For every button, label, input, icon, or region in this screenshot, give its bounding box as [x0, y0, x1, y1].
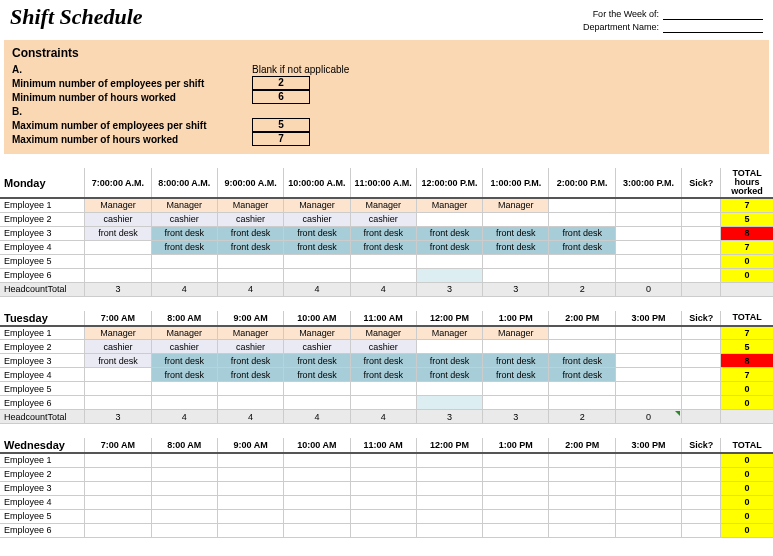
- shift-cell[interactable]: [483, 254, 549, 268]
- shift-cell[interactable]: [217, 481, 283, 495]
- shift-cell[interactable]: [217, 254, 283, 268]
- shift-cell[interactable]: cashier: [284, 340, 350, 354]
- shift-cell[interactable]: [217, 495, 283, 509]
- shift-cell[interactable]: [549, 495, 615, 509]
- shift-cell[interactable]: front desk: [284, 354, 350, 368]
- shift-cell[interactable]: cashier: [85, 340, 151, 354]
- shift-cell[interactable]: [85, 240, 151, 254]
- shift-cell[interactable]: [615, 340, 681, 354]
- shift-cell[interactable]: [85, 382, 151, 396]
- shift-cell[interactable]: front desk: [151, 368, 217, 382]
- shift-cell[interactable]: front desk: [483, 240, 549, 254]
- sick-cell[interactable]: [682, 396, 721, 410]
- shift-cell[interactable]: [615, 368, 681, 382]
- shift-cell[interactable]: cashier: [350, 340, 416, 354]
- shift-cell[interactable]: [284, 396, 350, 410]
- shift-cell[interactable]: [483, 481, 549, 495]
- shift-cell[interactable]: [483, 453, 549, 467]
- shift-cell[interactable]: [549, 396, 615, 410]
- shift-cell[interactable]: [151, 495, 217, 509]
- sick-cell[interactable]: [682, 523, 721, 537]
- shift-cell[interactable]: [284, 382, 350, 396]
- shift-cell[interactable]: Manager: [217, 326, 283, 340]
- shift-cell[interactable]: [615, 254, 681, 268]
- shift-cell[interactable]: [549, 326, 615, 340]
- sick-cell[interactable]: [682, 354, 721, 368]
- shift-cell[interactable]: [549, 198, 615, 212]
- shift-cell[interactable]: [416, 453, 482, 467]
- shift-cell[interactable]: front desk: [217, 354, 283, 368]
- shift-cell[interactable]: front desk: [85, 354, 151, 368]
- shift-cell[interactable]: [615, 396, 681, 410]
- shift-cell[interactable]: [85, 481, 151, 495]
- shift-cell[interactable]: [217, 509, 283, 523]
- sick-cell[interactable]: [682, 481, 721, 495]
- shift-cell[interactable]: [483, 212, 549, 226]
- shift-cell[interactable]: [85, 495, 151, 509]
- shift-cell[interactable]: [350, 453, 416, 467]
- shift-cell[interactable]: front desk: [284, 368, 350, 382]
- shift-cell[interactable]: front desk: [549, 354, 615, 368]
- shift-cell[interactable]: [615, 509, 681, 523]
- shift-cell[interactable]: Manager: [350, 198, 416, 212]
- shift-cell[interactable]: [615, 495, 681, 509]
- sick-cell[interactable]: [682, 226, 721, 240]
- shift-cell[interactable]: front desk: [217, 226, 283, 240]
- shift-cell[interactable]: [615, 354, 681, 368]
- shift-cell[interactable]: [85, 396, 151, 410]
- sick-cell[interactable]: [682, 212, 721, 226]
- shift-cell[interactable]: [416, 467, 482, 481]
- shift-cell[interactable]: front desk: [350, 368, 416, 382]
- shift-cell[interactable]: front desk: [350, 240, 416, 254]
- shift-cell[interactable]: [549, 467, 615, 481]
- shift-cell[interactable]: front desk: [549, 226, 615, 240]
- shift-cell[interactable]: [615, 198, 681, 212]
- shift-cell[interactable]: front desk: [217, 240, 283, 254]
- sick-cell[interactable]: [682, 495, 721, 509]
- shift-cell[interactable]: [615, 382, 681, 396]
- sick-cell[interactable]: [682, 368, 721, 382]
- shift-cell[interactable]: [483, 382, 549, 396]
- shift-cell[interactable]: cashier: [217, 340, 283, 354]
- shift-cell[interactable]: [85, 467, 151, 481]
- shift-cell[interactable]: [549, 254, 615, 268]
- dept-input[interactable]: [663, 21, 763, 33]
- shift-cell[interactable]: Manager: [85, 198, 151, 212]
- shift-cell[interactable]: [350, 495, 416, 509]
- shift-cell[interactable]: Manager: [217, 198, 283, 212]
- shift-cell[interactable]: front desk: [151, 226, 217, 240]
- shift-cell[interactable]: [284, 268, 350, 282]
- shift-cell[interactable]: front desk: [416, 368, 482, 382]
- shift-cell[interactable]: [416, 481, 482, 495]
- shift-cell[interactable]: [284, 523, 350, 537]
- shift-cell[interactable]: [416, 495, 482, 509]
- for-week-input[interactable]: [663, 8, 763, 20]
- shift-cell[interactable]: [151, 382, 217, 396]
- max-emp-value[interactable]: 5: [252, 118, 310, 132]
- shift-cell[interactable]: cashier: [151, 212, 217, 226]
- shift-cell[interactable]: [217, 396, 283, 410]
- shift-cell[interactable]: [615, 212, 681, 226]
- sick-cell[interactable]: [682, 268, 721, 282]
- shift-cell[interactable]: cashier: [284, 212, 350, 226]
- shift-cell[interactable]: [416, 340, 482, 354]
- shift-cell[interactable]: [350, 382, 416, 396]
- shift-cell[interactable]: Manager: [151, 198, 217, 212]
- shift-cell[interactable]: front desk: [151, 354, 217, 368]
- sick-cell[interactable]: [682, 382, 721, 396]
- shift-cell[interactable]: [284, 467, 350, 481]
- shift-cell[interactable]: [416, 382, 482, 396]
- shift-cell[interactable]: [85, 509, 151, 523]
- shift-cell[interactable]: [416, 396, 482, 410]
- shift-cell[interactable]: [85, 523, 151, 537]
- shift-cell[interactable]: [284, 481, 350, 495]
- shift-cell[interactable]: [416, 254, 482, 268]
- shift-cell[interactable]: [549, 453, 615, 467]
- shift-cell[interactable]: [615, 326, 681, 340]
- shift-cell[interactable]: front desk: [284, 226, 350, 240]
- shift-cell[interactable]: [217, 268, 283, 282]
- sick-cell[interactable]: [682, 467, 721, 481]
- shift-cell[interactable]: [284, 254, 350, 268]
- shift-cell[interactable]: cashier: [85, 212, 151, 226]
- shift-cell[interactable]: front desk: [416, 240, 482, 254]
